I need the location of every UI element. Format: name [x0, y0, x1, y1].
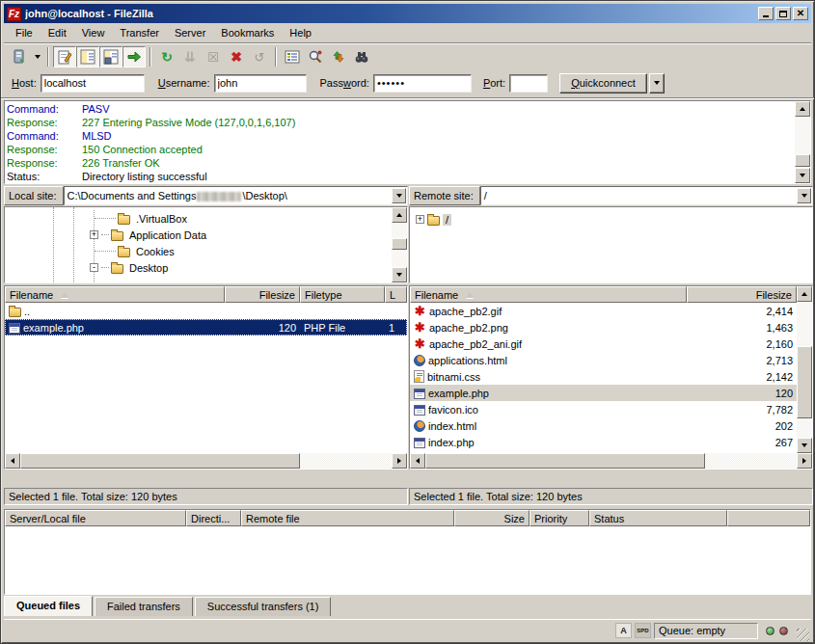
list-item[interactable]: apache_pb2.gif 2,414 — [410, 303, 797, 319]
close-button[interactable]: ✕ — [793, 7, 808, 20]
find-files-button[interactable] — [350, 46, 373, 67]
toggle-message-log-button[interactable] — [53, 46, 76, 67]
port-input[interactable] — [509, 74, 548, 93]
app-icon[interactable]: Fz — [7, 7, 21, 21]
tree-item-application-data[interactable]: + Application Data — [5, 227, 392, 243]
toggle-local-tree-button[interactable] — [76, 46, 99, 67]
tree-item-root[interactable]: + / — [410, 211, 812, 228]
column-header-server-local-file[interactable]: Server/Local file — [5, 510, 186, 526]
list-item[interactable]: index.html 202 — [410, 417, 797, 434]
column-header-last-modified[interactable]: L — [385, 286, 407, 303]
resize-grip[interactable] — [797, 629, 809, 641]
menu-transfer[interactable]: Transfer — [112, 25, 167, 40]
column-header-filename[interactable]: Filename — [410, 286, 687, 303]
title-bar[interactable]: Fz john@localhost - FileZilla ✕ — [4, 4, 811, 23]
transfer-type-icon[interactable] — [615, 623, 632, 638]
toggle-remote-tree-button[interactable] — [99, 46, 122, 67]
cancel-operation-button[interactable]: ☒ — [202, 46, 225, 67]
list-item[interactable]: applications.html 2,713 — [410, 352, 797, 368]
scrollbar-thumb[interactable] — [20, 453, 300, 469]
list-item[interactable]: favicon.ico 7,782 — [410, 401, 797, 417]
tree-item-cookies[interactable]: Cookies — [5, 243, 392, 259]
username-input[interactable] — [214, 74, 307, 93]
scroll-left-button[interactable] — [410, 453, 425, 469]
tree-connector — [95, 251, 116, 252]
directory-comparison-button[interactable] — [304, 46, 327, 67]
local-site-combobox[interactable]: C:\Documents and Settings\Desktop\ — [64, 186, 408, 205]
scroll-up-button[interactable] — [795, 101, 810, 117]
remote-vertical-scrollbar[interactable] — [797, 286, 812, 453]
password-input[interactable] — [373, 74, 472, 93]
list-item-example-php[interactable]: example.php 120 — [410, 385, 797, 401]
local-site-dropdown-button[interactable] — [392, 188, 406, 203]
scroll-down-button[interactable] — [392, 267, 407, 282]
column-header-empty[interactable] — [727, 510, 810, 526]
menu-file[interactable]: File — [8, 25, 41, 40]
site-manager-button[interactable] — [8, 46, 31, 67]
column-header-status[interactable]: Status — [589, 510, 727, 526]
local-pane: Local site: C:\Documents and Settings\De… — [4, 186, 408, 505]
scroll-right-button[interactable] — [392, 453, 407, 469]
log-vertical-scrollbar[interactable] — [795, 101, 810, 183]
toggle-transfer-queue-button[interactable] — [122, 46, 146, 67]
remote-site-dropdown-button[interactable] — [797, 188, 811, 203]
list-item[interactable]: bitnami.css 2,142 — [410, 368, 797, 385]
list-item[interactable]: apache_pb2.png 1,463 — [410, 319, 797, 335]
scrollbar-thumb[interactable] — [797, 346, 812, 418]
queue-body[interactable] — [5, 526, 810, 594]
tree-item-desktop[interactable]: - Desktop — [5, 259, 392, 276]
tab-failed-transfers[interactable]: Failed transfers — [95, 597, 193, 616]
collapse-icon[interactable]: - — [90, 263, 98, 272]
tree-item-virtualbox[interactable]: .VirtualBox — [5, 210, 392, 227]
list-item[interactable]: index.php 267 — [410, 434, 797, 450]
scrollbar-thumb[interactable] — [425, 453, 705, 469]
column-header-filename[interactable]: Filename — [5, 286, 225, 303]
menu-view[interactable]: View — [74, 25, 113, 40]
menu-server[interactable]: Server — [167, 25, 213, 40]
scrollbar-thumb[interactable] — [795, 154, 810, 167]
remote-horizontal-scrollbar[interactable] — [410, 453, 812, 469]
column-header-filesize[interactable]: Filesize — [687, 286, 797, 303]
scroll-up-button[interactable] — [797, 286, 812, 302]
reconnect-button[interactable]: ↺ — [248, 46, 271, 67]
scroll-right-button[interactable] — [797, 453, 812, 469]
menu-help[interactable]: Help — [282, 25, 319, 40]
expand-icon[interactable]: + — [416, 215, 424, 224]
remote-site-combobox[interactable]: / — [480, 186, 813, 205]
scrollbar-thumb[interactable] — [392, 238, 407, 250]
expand-icon[interactable]: + — [90, 230, 98, 239]
column-header-size[interactable]: Size — [454, 510, 530, 526]
tab-successful-transfers[interactable]: Successful transfers (1) — [195, 597, 332, 616]
local-tree-vertical-scrollbar[interactable] — [392, 207, 407, 282]
speed-limits-icon[interactable] — [635, 623, 651, 638]
maximize-button[interactable] — [775, 7, 791, 20]
list-item-parent-directory[interactable]: .. — [5, 303, 407, 319]
find-files-icon — [354, 49, 369, 65]
synchronized-browsing-button[interactable] — [327, 46, 350, 67]
column-header-direction[interactable]: Directi... — [186, 510, 241, 526]
quickconnect-button[interactable]: Quickconnect — [559, 73, 647, 94]
minimize-button[interactable] — [758, 7, 774, 20]
filter-button[interactable] — [281, 46, 304, 67]
menu-bookmarks[interactable]: Bookmarks — [213, 25, 282, 40]
refresh-button[interactable]: ↻ — [155, 46, 178, 67]
list-item[interactable]: apache_pb2_ani.gif 2,160 — [410, 335, 797, 352]
scroll-left-button[interactable] — [5, 453, 20, 469]
column-header-remote-file[interactable]: Remote file — [241, 510, 454, 526]
scroll-down-button[interactable] — [797, 438, 812, 453]
scroll-down-button[interactable] — [795, 168, 810, 183]
list-item-example-php[interactable]: example.php 120 PHP File 1 — [5, 319, 407, 335]
host-input[interactable] — [41, 74, 145, 93]
scroll-up-button[interactable] — [392, 207, 407, 223]
tab-queued-files[interactable]: Queued files — [4, 596, 93, 616]
php-file-icon — [414, 438, 425, 448]
column-header-priority[interactable]: Priority — [530, 510, 589, 526]
quickconnect-dropdown-button[interactable] — [649, 73, 665, 94]
disconnect-button[interactable]: ✖ — [225, 46, 248, 67]
process-queue-button[interactable]: ⇊ — [178, 46, 202, 67]
site-manager-dropdown-button[interactable] — [31, 46, 43, 67]
menu-edit[interactable]: Edit — [41, 25, 74, 40]
column-header-filesize[interactable]: Filesize — [225, 286, 300, 303]
local-horizontal-scrollbar[interactable] — [5, 453, 407, 469]
column-header-filetype[interactable]: Filetype — [300, 286, 385, 303]
